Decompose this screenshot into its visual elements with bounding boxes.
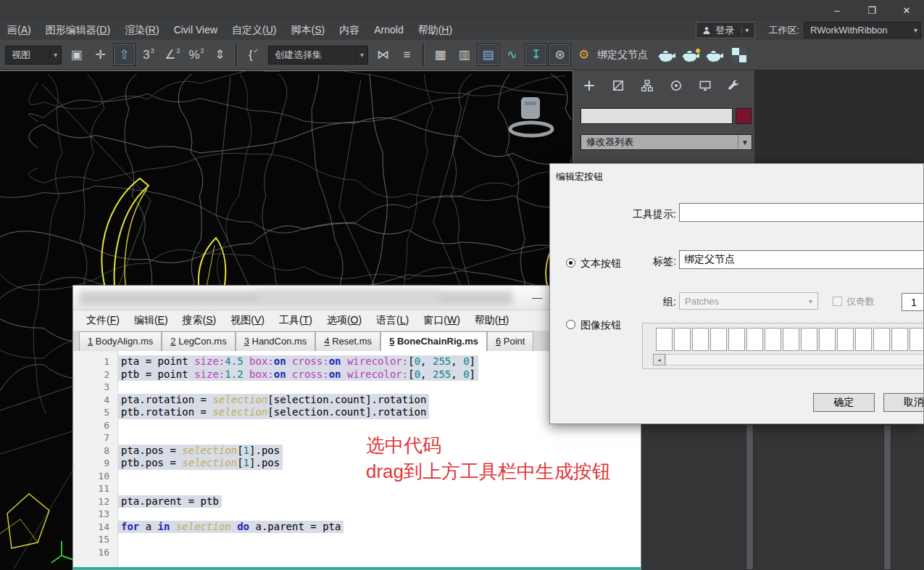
menubar-item-1[interactable]: 图形编辑器(D) — [38, 24, 117, 37]
code-text[interactable] — [118, 431, 124, 445]
image-slot[interactable] — [710, 328, 727, 351]
image-slot[interactable] — [656, 328, 673, 351]
odd-only-checkbox[interactable] — [833, 297, 842, 306]
script-tab-2[interactable]: 2 LegCon.ms — [162, 331, 235, 351]
ribbon-toggle-icon[interactable]: ▤ — [477, 44, 499, 66]
code-text[interactable]: pta = point size:4.5 box:on cross:on wir… — [118, 355, 478, 368]
menubar-item-6[interactable]: 内容 — [332, 24, 367, 37]
workspace-dropdown[interactable]: RWorkWithRibbon ▾ — [804, 22, 921, 38]
scene-explorer-icon[interactable]: ▦ — [429, 44, 451, 66]
code-text[interactable]: pta.pos = selection[1].pos — [118, 445, 283, 458]
tab-display[interactable] — [694, 75, 717, 96]
state-sets-checker-icon[interactable] — [728, 44, 750, 66]
code-text[interactable] — [118, 482, 124, 495]
cancel-button[interactable]: 取消 — [883, 393, 924, 412]
image-slot[interactable] — [855, 328, 872, 351]
code-text[interactable]: for a in selection do a.parent = pta — [118, 521, 344, 534]
modifier-list-dropdown[interactable]: 修改器列表 ▼ — [580, 134, 752, 150]
image-slot[interactable] — [783, 328, 799, 351]
code-text[interactable] — [118, 533, 124, 546]
code-text[interactable] — [118, 419, 124, 432]
named-selection-set-dropdown[interactable]: 创建选择集▾ — [268, 46, 368, 65]
minimize-icon[interactable]: – — [820, 0, 854, 20]
script-menu-item-3[interactable]: 视图(V) — [223, 314, 272, 327]
image-slot[interactable] — [891, 328, 908, 351]
render-frame-teapot-icon[interactable] — [656, 44, 678, 66]
image-slot[interactable] — [819, 328, 836, 351]
image-slot[interactable] — [837, 328, 854, 351]
select-and-move-icon[interactable]: ✛ — [89, 44, 112, 66]
code-text[interactable]: ptb = point size:1.2 box:on cross:on wir… — [118, 368, 478, 381]
code-text[interactable] — [118, 508, 124, 521]
tab-modify[interactable] — [607, 75, 630, 96]
align-icon[interactable]: ≡ — [396, 44, 418, 66]
image-button-radio[interactable] — [566, 320, 575, 329]
code-text[interactable] — [118, 470, 124, 483]
snap-toggle-3d-icon[interactable]: 33 — [137, 44, 159, 66]
script-menu-item-7[interactable]: 窗口(W) — [416, 314, 467, 327]
code-text[interactable] — [118, 381, 124, 394]
select-by-name-icon[interactable]: ▣ — [65, 44, 88, 66]
tab-hierarchy[interactable] — [636, 75, 659, 96]
code-text[interactable] — [118, 546, 124, 559]
script-tab-5[interactable]: 5 BoneChainRig.ms — [380, 331, 487, 351]
menubar-item-3[interactable]: Civil View — [167, 24, 225, 37]
render-setup-icon[interactable]: ⊛ — [549, 44, 571, 66]
ok-button[interactable]: 确定 — [813, 393, 875, 412]
script-tab-4[interactable]: 4 Reset.ms — [315, 331, 380, 351]
percent-snap-icon[interactable]: %2 — [185, 44, 207, 66]
menubar-item-8[interactable]: 帮助(H) — [411, 24, 459, 37]
view-dropdown[interactable]: 视图▾ — [5, 46, 62, 65]
image-slot[interactable] — [801, 328, 817, 351]
script-tab-1[interactable]: 1 BodyAlign.ms — [79, 331, 162, 351]
object-color-swatch[interactable] — [736, 108, 752, 124]
menubar-item-5[interactable]: 脚本(S) — [284, 24, 333, 37]
scroll-left-icon[interactable]: ◂ — [653, 354, 665, 365]
script-menu-item-6[interactable]: 语言(L) — [369, 314, 416, 327]
tooltip-input[interactable] — [679, 203, 924, 222]
group-dropdown[interactable]: Patches ▾ — [679, 292, 818, 310]
select-and-place-icon[interactable]: ⇧ — [113, 44, 136, 66]
image-slot[interactable] — [746, 328, 763, 351]
menubar-item-0[interactable]: 画(A) — [0, 24, 38, 37]
curve-editor-icon[interactable]: ∿ — [501, 44, 523, 66]
image-slots-scrollbar[interactable] — [665, 354, 924, 365]
script-tab-3[interactable]: 3 HandCon.ms — [236, 331, 316, 351]
maximize-icon[interactable]: ❐ — [854, 0, 889, 20]
image-slot[interactable] — [692, 328, 709, 351]
tab-create[interactable] — [578, 75, 601, 96]
script-menu-item-1[interactable]: 编辑(E) — [127, 314, 175, 327]
macro-script-icon[interactable]: {✓ — [242, 44, 265, 66]
chevron-down-icon[interactable]: ▾ — [741, 26, 752, 34]
panel-scrollbar[interactable] — [746, 424, 754, 570]
spinner-snap-icon[interactable]: ⇕ — [209, 44, 231, 66]
menubar-item-2[interactable]: 渲染(R) — [117, 24, 166, 37]
panel-scrollbar[interactable] — [883, 424, 891, 570]
object-name-field[interactable] — [580, 108, 733, 124]
menubar-item-4[interactable]: 自定义(U) — [225, 24, 283, 37]
image-slot[interactable] — [765, 328, 781, 351]
code-text[interactable]: pta.rotation = selection[selection.count… — [118, 394, 429, 407]
script-menu-item-0[interactable]: 文件(F) — [79, 314, 127, 327]
bind-parent-gear-icon[interactable]: ⚙ — [573, 44, 595, 66]
image-slot[interactable] — [910, 328, 924, 351]
render-iterative-teapot-icon[interactable] — [704, 44, 726, 66]
layer-manager-icon[interactable]: ▥ — [453, 44, 475, 66]
script-menu-item-2[interactable]: 搜索(S) — [175, 314, 224, 327]
image-slot[interactable] — [674, 328, 691, 351]
image-slot[interactable] — [728, 328, 745, 351]
minimize-icon[interactable]: — — [527, 289, 547, 306]
text-button-radio[interactable] — [566, 258, 575, 268]
tab-motion[interactable] — [665, 75, 688, 96]
login-button[interactable]: 登录 ▾ — [696, 22, 755, 38]
label-input[interactable] — [679, 250, 924, 269]
code-text[interactable]: pta.parent = ptb — [118, 495, 222, 508]
mirror-icon[interactable]: ⋈ — [372, 44, 394, 66]
menubar-item-7[interactable]: Arnold — [367, 24, 410, 37]
dope-sheet-icon[interactable]: ↧ — [525, 44, 547, 66]
count-input[interactable] — [902, 293, 924, 311]
image-slot[interactable] — [873, 328, 890, 351]
script-menu-item-8[interactable]: 帮助(H) — [467, 314, 516, 327]
code-text[interactable]: ptb.pos = selection[1].pos — [118, 457, 283, 470]
code-text[interactable]: ptb.rotation = selection[selection.count… — [118, 406, 429, 419]
